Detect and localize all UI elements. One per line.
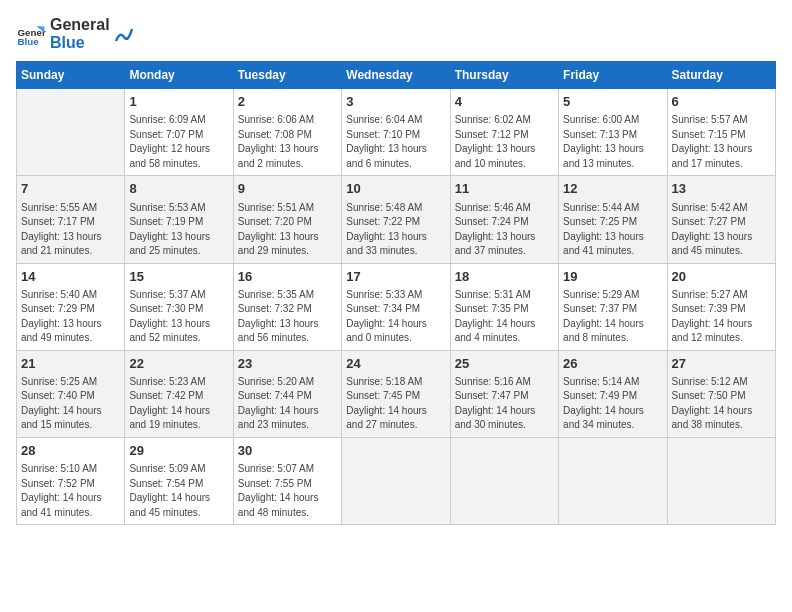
day-info: Sunrise: 5:53 AM Sunset: 7:19 PM Dayligh… (129, 201, 228, 259)
logo-icon: General Blue (16, 19, 46, 49)
calendar-cell (450, 437, 558, 524)
day-number: 4 (455, 93, 554, 111)
day-number: 25 (455, 355, 554, 373)
calendar-week-4: 21Sunrise: 5:25 AM Sunset: 7:40 PM Dayli… (17, 350, 776, 437)
day-info: Sunrise: 6:00 AM Sunset: 7:13 PM Dayligh… (563, 113, 662, 171)
header-cell-tuesday: Tuesday (233, 62, 341, 89)
calendar-cell: 5Sunrise: 6:00 AM Sunset: 7:13 PM Daylig… (559, 89, 667, 176)
calendar-cell: 1Sunrise: 6:09 AM Sunset: 7:07 PM Daylig… (125, 89, 233, 176)
day-info: Sunrise: 5:18 AM Sunset: 7:45 PM Dayligh… (346, 375, 445, 433)
day-info: Sunrise: 5:46 AM Sunset: 7:24 PM Dayligh… (455, 201, 554, 259)
day-info: Sunrise: 5:07 AM Sunset: 7:55 PM Dayligh… (238, 462, 337, 520)
calendar-cell (667, 437, 775, 524)
calendar-cell: 10Sunrise: 5:48 AM Sunset: 7:22 PM Dayli… (342, 176, 450, 263)
day-info: Sunrise: 5:57 AM Sunset: 7:15 PM Dayligh… (672, 113, 771, 171)
day-info: Sunrise: 5:12 AM Sunset: 7:50 PM Dayligh… (672, 375, 771, 433)
calendar-cell: 14Sunrise: 5:40 AM Sunset: 7:29 PM Dayli… (17, 263, 125, 350)
day-number: 2 (238, 93, 337, 111)
calendar-cell: 9Sunrise: 5:51 AM Sunset: 7:20 PM Daylig… (233, 176, 341, 263)
calendar-cell: 7Sunrise: 5:55 AM Sunset: 7:17 PM Daylig… (17, 176, 125, 263)
logo-general: General (50, 16, 110, 34)
day-number: 6 (672, 93, 771, 111)
day-number: 7 (21, 180, 120, 198)
calendar-week-3: 14Sunrise: 5:40 AM Sunset: 7:29 PM Dayli… (17, 263, 776, 350)
header-cell-monday: Monday (125, 62, 233, 89)
day-number: 20 (672, 268, 771, 286)
calendar-cell: 8Sunrise: 5:53 AM Sunset: 7:19 PM Daylig… (125, 176, 233, 263)
day-info: Sunrise: 5:37 AM Sunset: 7:30 PM Dayligh… (129, 288, 228, 346)
day-info: Sunrise: 5:27 AM Sunset: 7:39 PM Dayligh… (672, 288, 771, 346)
calendar-cell: 29Sunrise: 5:09 AM Sunset: 7:54 PM Dayli… (125, 437, 233, 524)
day-info: Sunrise: 5:40 AM Sunset: 7:29 PM Dayligh… (21, 288, 120, 346)
day-info: Sunrise: 5:35 AM Sunset: 7:32 PM Dayligh… (238, 288, 337, 346)
logo: General Blue General Blue (16, 16, 134, 51)
calendar-cell: 2Sunrise: 6:06 AM Sunset: 7:08 PM Daylig… (233, 89, 341, 176)
calendar-cell: 27Sunrise: 5:12 AM Sunset: 7:50 PM Dayli… (667, 350, 775, 437)
calendar-cell: 20Sunrise: 5:27 AM Sunset: 7:39 PM Dayli… (667, 263, 775, 350)
calendar-header: SundayMondayTuesdayWednesdayThursdayFrid… (17, 62, 776, 89)
day-number: 5 (563, 93, 662, 111)
day-number: 29 (129, 442, 228, 460)
calendar-body: 1Sunrise: 6:09 AM Sunset: 7:07 PM Daylig… (17, 89, 776, 525)
day-number: 16 (238, 268, 337, 286)
day-number: 30 (238, 442, 337, 460)
calendar-cell: 3Sunrise: 6:04 AM Sunset: 7:10 PM Daylig… (342, 89, 450, 176)
calendar-cell: 21Sunrise: 5:25 AM Sunset: 7:40 PM Dayli… (17, 350, 125, 437)
day-number: 22 (129, 355, 228, 373)
page-header: General Blue General Blue (16, 16, 776, 51)
day-info: Sunrise: 5:33 AM Sunset: 7:34 PM Dayligh… (346, 288, 445, 346)
day-info: Sunrise: 5:14 AM Sunset: 7:49 PM Dayligh… (563, 375, 662, 433)
day-number: 1 (129, 93, 228, 111)
calendar-cell: 11Sunrise: 5:46 AM Sunset: 7:24 PM Dayli… (450, 176, 558, 263)
calendar-cell: 19Sunrise: 5:29 AM Sunset: 7:37 PM Dayli… (559, 263, 667, 350)
day-info: Sunrise: 5:29 AM Sunset: 7:37 PM Dayligh… (563, 288, 662, 346)
calendar-cell: 28Sunrise: 5:10 AM Sunset: 7:52 PM Dayli… (17, 437, 125, 524)
day-number: 26 (563, 355, 662, 373)
day-number: 15 (129, 268, 228, 286)
day-number: 10 (346, 180, 445, 198)
day-info: Sunrise: 5:31 AM Sunset: 7:35 PM Dayligh… (455, 288, 554, 346)
header-cell-thursday: Thursday (450, 62, 558, 89)
day-number: 24 (346, 355, 445, 373)
day-number: 8 (129, 180, 228, 198)
calendar-table: SundayMondayTuesdayWednesdayThursdayFrid… (16, 61, 776, 525)
day-info: Sunrise: 5:16 AM Sunset: 7:47 PM Dayligh… (455, 375, 554, 433)
day-number: 27 (672, 355, 771, 373)
day-info: Sunrise: 5:10 AM Sunset: 7:52 PM Dayligh… (21, 462, 120, 520)
day-info: Sunrise: 5:20 AM Sunset: 7:44 PM Dayligh… (238, 375, 337, 433)
logo-wave-icon (114, 23, 134, 45)
calendar-cell: 17Sunrise: 5:33 AM Sunset: 7:34 PM Dayli… (342, 263, 450, 350)
calendar-week-5: 28Sunrise: 5:10 AM Sunset: 7:52 PM Dayli… (17, 437, 776, 524)
day-info: Sunrise: 6:02 AM Sunset: 7:12 PM Dayligh… (455, 113, 554, 171)
calendar-cell: 4Sunrise: 6:02 AM Sunset: 7:12 PM Daylig… (450, 89, 558, 176)
day-number: 11 (455, 180, 554, 198)
logo-blue: Blue (50, 34, 110, 52)
day-info: Sunrise: 5:09 AM Sunset: 7:54 PM Dayligh… (129, 462, 228, 520)
day-number: 14 (21, 268, 120, 286)
calendar-cell (559, 437, 667, 524)
header-cell-sunday: Sunday (17, 62, 125, 89)
calendar-cell: 15Sunrise: 5:37 AM Sunset: 7:30 PM Dayli… (125, 263, 233, 350)
calendar-cell (342, 437, 450, 524)
header-row: SundayMondayTuesdayWednesdayThursdayFrid… (17, 62, 776, 89)
calendar-cell: 16Sunrise: 5:35 AM Sunset: 7:32 PM Dayli… (233, 263, 341, 350)
day-number: 18 (455, 268, 554, 286)
calendar-cell: 25Sunrise: 5:16 AM Sunset: 7:47 PM Dayli… (450, 350, 558, 437)
day-info: Sunrise: 6:04 AM Sunset: 7:10 PM Dayligh… (346, 113, 445, 171)
day-info: Sunrise: 5:42 AM Sunset: 7:27 PM Dayligh… (672, 201, 771, 259)
day-number: 17 (346, 268, 445, 286)
day-info: Sunrise: 6:09 AM Sunset: 7:07 PM Dayligh… (129, 113, 228, 171)
calendar-cell: 30Sunrise: 5:07 AM Sunset: 7:55 PM Dayli… (233, 437, 341, 524)
calendar-week-2: 7Sunrise: 5:55 AM Sunset: 7:17 PM Daylig… (17, 176, 776, 263)
calendar-cell: 24Sunrise: 5:18 AM Sunset: 7:45 PM Dayli… (342, 350, 450, 437)
header-cell-saturday: Saturday (667, 62, 775, 89)
calendar-cell: 18Sunrise: 5:31 AM Sunset: 7:35 PM Dayli… (450, 263, 558, 350)
day-number: 9 (238, 180, 337, 198)
day-info: Sunrise: 5:23 AM Sunset: 7:42 PM Dayligh… (129, 375, 228, 433)
day-number: 12 (563, 180, 662, 198)
calendar-cell: 22Sunrise: 5:23 AM Sunset: 7:42 PM Dayli… (125, 350, 233, 437)
calendar-cell: 12Sunrise: 5:44 AM Sunset: 7:25 PM Dayli… (559, 176, 667, 263)
day-info: Sunrise: 5:25 AM Sunset: 7:40 PM Dayligh… (21, 375, 120, 433)
calendar-cell (17, 89, 125, 176)
day-number: 19 (563, 268, 662, 286)
